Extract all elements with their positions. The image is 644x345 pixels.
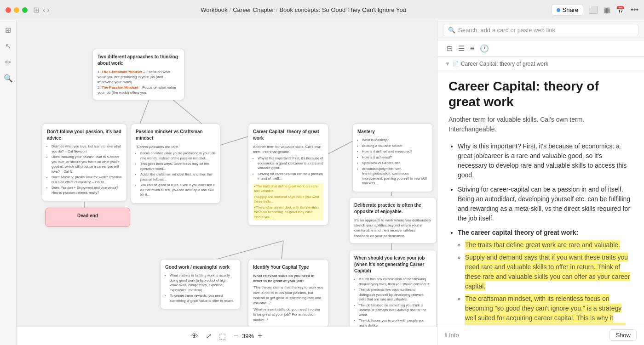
zoom-in-button[interactable]: +	[258, 331, 263, 341]
panel-list-icon[interactable]: ≡	[468, 43, 476, 55]
footer-info: ℹ Info	[445, 332, 459, 339]
export-icon[interactable]: ⬚	[219, 332, 226, 340]
panel-toggle-icon[interactable]: ⊟	[445, 42, 454, 55]
breadcrumb-label: Career Capital: theory of great work	[461, 61, 548, 67]
main-layout: ⊞ ↖ ✏ 🔍	[0, 20, 644, 345]
panel-bullets: Why is this important? First, it's becau…	[448, 141, 633, 325]
sub-bullet-1: The traits that define great work are ra…	[465, 240, 633, 250]
breadcrumb-career[interactable]: Career Chapter	[233, 6, 274, 13]
panel-view-icon[interactable]: ☰	[456, 42, 466, 55]
deliberate-practice-card[interactable]: Deliberate practice is often the opposit…	[349, 197, 437, 243]
dead-end-title: Dead end	[50, 213, 125, 219]
search-icon[interactable]: 🔍	[4, 74, 13, 83]
canvas-toolbar: 👁 ⤢ ⬚ − 39% +	[17, 327, 437, 345]
identify-capital-card[interactable]: Identify Your Capital Type What relevant…	[248, 259, 328, 327]
traffic-lights	[6, 7, 28, 13]
view-icon[interactable]: 👁	[191, 332, 198, 340]
deliberate-practice-text: It's an approach to work where you delib…	[354, 218, 431, 238]
panel-clock-icon[interactable]: 🕐	[478, 42, 491, 55]
forward-button[interactable]: ›	[47, 6, 49, 14]
search-icon: 🔍	[448, 27, 455, 34]
panel-sub-bullets: The traits that define great work are ra…	[458, 240, 633, 325]
calendar-icon[interactable]: 📅	[616, 6, 625, 14]
more-icon[interactable]: •••	[631, 6, 638, 14]
leave-job-card[interactable]: When should you leave your job (when it'…	[349, 250, 437, 327]
mastery-card[interactable]: Mastery What is Mastery? Building a valu…	[352, 124, 433, 192]
left-sidebar: ⊞ ↖ ✏ 🔍	[0, 20, 17, 345]
bad-advice-card[interactable]: Don't follow your passion, it's bad advi…	[42, 124, 127, 201]
approaches-card[interactable]: Two different approaches to thinking abo…	[92, 49, 184, 100]
panel-breadcrumb: ▼ 📄 Career Capital: theory of great work	[437, 57, 644, 71]
panel-bullet-1: Why is this important? First, it's becau…	[458, 141, 633, 180]
titlebar: ⊞ ‹ › Workbook / Career Chapter / Book c…	[0, 0, 644, 20]
cursor-icon[interactable]: ↖	[5, 42, 11, 51]
breadcrumb-workbook[interactable]: Workbook	[201, 6, 227, 13]
right-panel-header: 🔍 Search, add a card or paste web link	[437, 20, 644, 40]
panel-subtitle: Another term for valuable skills. Cal's …	[448, 115, 633, 134]
identify-capital-title: Identify Your Capital Type	[253, 264, 323, 271]
mastery-text: What is Mastery? Building a valuable ski…	[357, 138, 428, 186]
layers-icon[interactable]: ⬜	[589, 6, 598, 14]
nav-arrows: ‹ ›	[43, 6, 50, 14]
approaches-title: Two different approaches to thinking abo…	[98, 54, 179, 67]
zoom-controls: − 39% +	[233, 331, 262, 341]
sidebar-panel-icon[interactable]: ⊞	[5, 26, 11, 34]
maximize-button[interactable]	[22, 7, 28, 13]
right-panel: 🔍 Search, add a card or paste web link ⊟…	[437, 20, 644, 345]
canvas-content: Two different approaches to thinking abo…	[17, 20, 437, 327]
panel-bullet-3: The career capital theory of great work:…	[458, 228, 633, 325]
share-button[interactable]: Share	[552, 4, 583, 16]
panel-title: Career Capital: theory of great work	[448, 79, 633, 109]
breadcrumb-book[interactable]: Book concepts: So Good They Can't Ignore…	[279, 6, 406, 13]
mastery-title: Mastery	[357, 129, 428, 135]
toolbar-icons: ⬜ ▦ 📅 •••	[589, 6, 638, 14]
sub-bullet-2: Supply and demand says that if you want …	[465, 253, 633, 291]
career-capital-text: Another term for valuable skills. Cal's …	[253, 144, 323, 221]
approaches-text: 1. The Craftsman Mindset – Focus on what…	[98, 69, 179, 95]
back-button[interactable]: ‹	[43, 6, 45, 14]
leave-job-title: When should you leave your job (when it'…	[354, 255, 431, 274]
identify-capital-text: What relevant skills do you need in orde…	[253, 273, 323, 322]
passion-craftsman-card[interactable]: Passion mindset vs Craftsman mindset "Ca…	[131, 124, 220, 204]
panel-toolbar: ⊟ ☰ ≡ 🕐	[437, 40, 644, 57]
zoom-level: 39%	[242, 333, 254, 339]
search-bar[interactable]: 🔍 Search, add a card or paste web link	[443, 24, 638, 36]
sub-bullet-3: The craftsman mindset, with its relentle…	[465, 294, 633, 325]
pencil-icon[interactable]: ✏	[5, 58, 11, 67]
show-button[interactable]: Show	[610, 329, 637, 341]
passion-craftsman-title: Passion mindset vs Craftsman mindset	[136, 129, 215, 141]
deliberate-practice-title: Deliberate practice is often the opposit…	[354, 202, 431, 215]
dead-end-card[interactable]: Dead end	[45, 208, 130, 227]
close-button[interactable]	[6, 7, 11, 13]
panel-bullet-2: Striving for career-capital can be a pas…	[458, 185, 633, 223]
zoom-out-button[interactable]: −	[233, 331, 238, 341]
panel-content: Career Capital: theory of great work Ano…	[437, 71, 644, 325]
canvas-area[interactable]: Two different approaches to thinking abo…	[17, 20, 437, 345]
good-work-card[interactable]: Good work / meaningful work What matters…	[160, 259, 241, 309]
career-capital-card[interactable]: Career Capital: theory of great work Ano…	[248, 124, 328, 226]
breadcrumb-arrow: ▼	[445, 61, 450, 67]
bad-advice-title: Don't follow your passion, it's bad advi…	[47, 129, 122, 141]
info-label: Info	[449, 332, 459, 339]
good-work-text: What matters in fulfilling work is usual…	[165, 273, 236, 303]
info-icon: ℹ	[445, 332, 447, 339]
search-placeholder: Search, add a card or paste web link	[458, 27, 555, 34]
good-work-title: Good work / meaningful work	[165, 264, 236, 271]
career-capital-title: Career Capital: theory of great work	[253, 129, 323, 141]
share-label: Share	[562, 6, 578, 13]
leave-job-text: If a job has any combination of the foll…	[354, 277, 431, 327]
bad-advice-text: Don't do what you love, but learn to lov…	[47, 144, 122, 195]
grid-icon[interactable]: ▦	[604, 6, 610, 14]
panel-footer: ℹ Info Show	[437, 325, 644, 345]
minimize-button[interactable]	[14, 7, 19, 13]
expand-icon[interactable]: ⤢	[206, 332, 212, 340]
sidebar-toggle[interactable]: ⊞	[33, 6, 39, 14]
breadcrumb: Workbook / Career Chapter / Book concept…	[55, 6, 552, 13]
passion-craftsman-text: "Career-passions are rare." Focus on wha…	[136, 144, 215, 198]
breadcrumb-doc-icon: 📄	[452, 61, 459, 67]
share-dot	[557, 8, 560, 12]
